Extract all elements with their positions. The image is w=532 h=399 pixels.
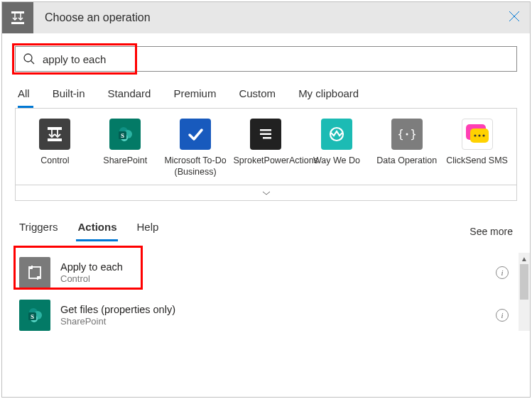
action-subtitle: SharePoint [60,316,496,327]
svg-rect-3 [11,22,24,24]
connector-clicksend[interactable]: ClickSend SMS [442,119,512,177]
todo-icon [180,119,211,150]
filter-tab-all[interactable]: All [18,87,30,108]
section-tabs: TriggersActionsHelp [19,221,158,241]
connector-label: SproketPowerActions [230,155,301,167]
svg-rect-8 [48,127,62,130]
dialog-header: Choose an operation [2,2,530,33]
action-title: Apply to each [60,261,496,273]
action-list: ▲ Apply to eachControliSGet files (prope… [2,241,530,397]
filter-tab-my-clipboard[interactable]: My clipboard [298,87,359,108]
connector-label: SharePoint [90,155,161,167]
connector-label: Way We Do [301,155,371,167]
svg-text:S: S [31,313,34,320]
section-tab-help[interactable]: Help [136,221,158,241]
info-icon[interactable]: i [496,309,509,322]
action-text: Get files (properties only)SharePoint [50,304,496,327]
apply-icon [19,257,50,288]
connector-todo[interactable]: Microsoft To-Do (Business) [161,119,231,177]
svg-rect-11 [48,138,62,141]
svg-rect-19 [263,137,271,139]
connector-label: Control [20,155,90,167]
search-box[interactable] [15,46,517,72]
filter-tabs: AllBuilt-inStandardPremiumCustomMy clipb… [2,75,530,108]
connector-label: Data Operation [371,155,442,167]
section-tab-triggers[interactable]: Triggers [19,221,58,241]
svg-text:S: S [121,132,124,139]
filter-tab-built-in[interactable]: Built-in [53,87,85,108]
connectors-panel: ControlSSharePointMicrosoft To-Do (Busin… [15,108,517,201]
control-icon [39,119,70,150]
close-button[interactable] [499,11,530,26]
filter-tab-premium[interactable]: Premium [173,87,216,108]
svg-point-26 [478,134,480,136]
svg-rect-17 [260,129,271,131]
connector-label: ClickSend SMS [442,155,512,167]
search-input[interactable] [36,53,509,65]
filter-tab-custom[interactable]: Custom [239,87,276,108]
data-icon: { } [391,119,423,150]
operation-icon [2,2,33,33]
search-icon [23,53,36,65]
action-subtitle: Control [60,273,496,284]
connector-label: Microsoft To-Do (Business) [161,155,231,177]
sproket-icon [250,119,281,150]
sharepoint-icon: S [109,119,141,150]
see-more-link[interactable]: See more [469,226,513,237]
info-icon[interactable]: i [496,266,509,279]
svg-point-27 [482,134,484,136]
svg-line-7 [31,61,35,65]
action-item[interactable]: Apply to eachControli [16,251,521,294]
connector-sharepoint[interactable]: SSharePoint [90,119,161,177]
svg-rect-0 [11,11,24,13]
svg-rect-18 [260,133,271,136]
connector-control[interactable]: Control [20,119,90,177]
dialog-title: Choose an operation [33,11,499,24]
connector-wwd[interactable]: Way We Do [301,119,371,177]
action-title: Get files (properties only) [60,304,496,315]
expand-connectors-button[interactable] [16,185,516,200]
wwd-icon [321,119,352,150]
action-text: Apply to eachControl [50,261,496,284]
svg-point-22 [406,133,408,136]
clicksend-icon [462,119,493,150]
connector-data[interactable]: { }Data Operation [371,119,442,177]
connector-sproket[interactable]: SproketPowerActions [230,119,301,177]
action-item[interactable]: SGet files (properties only)SharePointi [16,294,521,337]
svg-point-25 [474,134,476,136]
chevron-down-icon [261,190,271,197]
filter-tab-standard[interactable]: Standard [108,87,151,108]
sharepoint-icon: S [19,300,50,331]
section-tab-actions[interactable]: Actions [77,221,116,241]
svg-point-6 [24,54,32,62]
